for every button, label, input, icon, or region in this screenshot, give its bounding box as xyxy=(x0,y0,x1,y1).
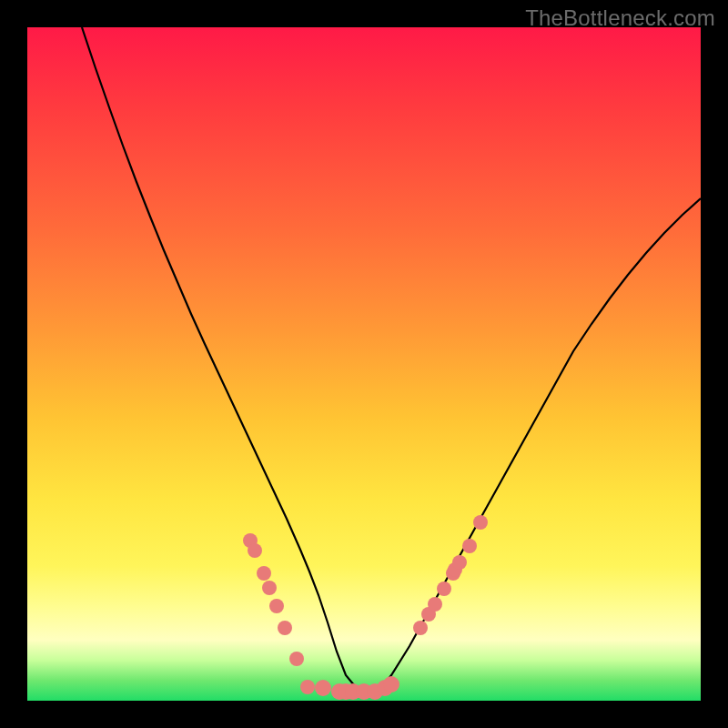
curve-marker xyxy=(428,597,442,612)
curve-marker xyxy=(383,676,399,693)
curve-marker xyxy=(278,621,292,635)
bottleneck-curve xyxy=(82,27,701,690)
curve-marker xyxy=(473,515,488,530)
curve-marker xyxy=(413,621,428,635)
plot-area xyxy=(27,27,701,701)
curve-marker xyxy=(262,581,277,595)
chart-frame: TheBottleneck.com xyxy=(0,0,728,728)
curve-marker xyxy=(452,555,467,570)
curve-marker xyxy=(462,539,477,553)
curve-marker xyxy=(269,599,284,613)
curve-marker xyxy=(300,680,315,694)
curve-marker xyxy=(257,566,271,581)
curve-marker xyxy=(289,652,304,666)
curve-marker xyxy=(437,581,451,596)
chart-overlay xyxy=(27,27,701,701)
highlight-markers xyxy=(243,515,488,700)
curve-marker xyxy=(248,543,262,558)
watermark-text: TheBottleneck.com xyxy=(525,5,715,31)
curve-marker xyxy=(315,680,331,696)
